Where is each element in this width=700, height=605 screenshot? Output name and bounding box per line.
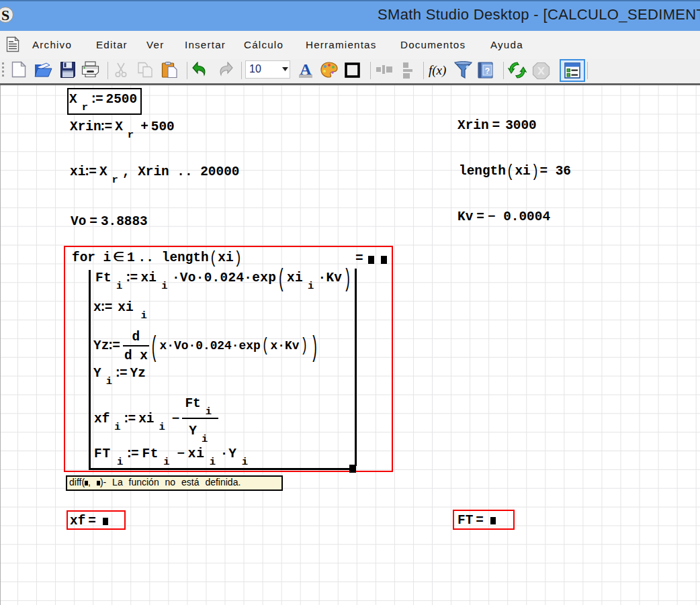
svg-text:A: A: [300, 61, 312, 78]
svg-text:S: S: [1, 7, 9, 23]
svg-text:?: ?: [485, 66, 490, 76]
